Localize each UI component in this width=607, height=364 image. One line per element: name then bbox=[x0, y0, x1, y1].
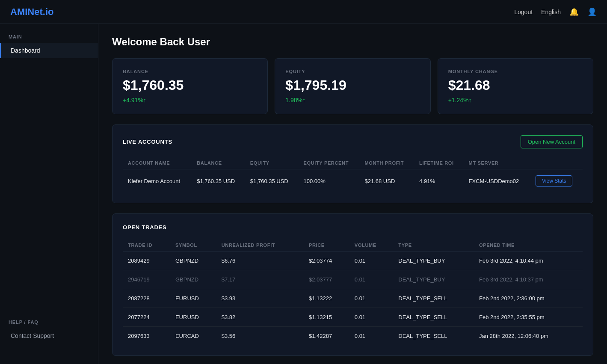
col-mt-server: MT SERVER bbox=[464, 157, 530, 169]
price-cell: $1.13222 bbox=[304, 289, 349, 308]
live-accounts-header: LIVE ACCOUNTS Open New Account bbox=[123, 135, 583, 148]
trade-type-cell: DEAL_TYPE_BUY bbox=[393, 270, 474, 289]
open-trades-title: OPEN TRADES bbox=[123, 224, 583, 231]
view-stats-button[interactable]: View Stats bbox=[536, 175, 572, 186]
stat-cards: BALANCE $1,760.35 +4.91%↑ EQUITY $1,795.… bbox=[112, 58, 593, 114]
col-month-profit: MONTH PROFIT bbox=[359, 157, 414, 169]
unrealized-profit-cell: $3.82 bbox=[216, 308, 304, 327]
nav-right: Logout English 🔔 👤 bbox=[514, 7, 597, 17]
sidebar-help-label: HELP / FAQ bbox=[0, 320, 98, 328]
equity-value: $1,795.19 bbox=[285, 77, 420, 93]
notification-icon[interactable]: 🔔 bbox=[569, 7, 579, 17]
top-navigation: AMINet.io Logout English 🔔 👤 bbox=[0, 0, 607, 24]
col-equity: EQUITY bbox=[245, 157, 299, 169]
logo-accent: .io bbox=[43, 6, 54, 17]
volume-cell: 0.01 bbox=[349, 270, 393, 289]
col-account-name: ACCOUNT NAME bbox=[123, 157, 192, 169]
unrealized-profit-cell: $6.76 bbox=[216, 252, 304, 270]
volume-cell: 0.01 bbox=[349, 289, 393, 308]
page-title: Welcome Back User bbox=[112, 36, 593, 48]
live-accounts-section: LIVE ACCOUNTS Open New Account ACCOUNT N… bbox=[112, 124, 593, 203]
equity-card: EQUITY $1,795.19 1.98%↑ bbox=[275, 58, 430, 114]
volume-cell: 0.01 bbox=[349, 327, 393, 346]
equity-change: 1.98%↑ bbox=[285, 97, 420, 104]
balance-label: BALANCE bbox=[123, 69, 257, 74]
sidebar-top: MAIN Dashboard bbox=[0, 34, 98, 58]
trade-id-cell: 2089429 bbox=[123, 252, 170, 270]
trade-id-cell: 2087228 bbox=[123, 289, 170, 308]
open-new-account-button[interactable]: Open New Account bbox=[521, 135, 583, 148]
col-trade-id: TRADE ID bbox=[123, 239, 170, 252]
monthly-change-value: $21.68 bbox=[448, 77, 583, 93]
price-cell: $2.03774 bbox=[304, 252, 349, 270]
logo-main: AMINet bbox=[10, 6, 43, 17]
col-volume: VOLUME bbox=[349, 239, 393, 252]
main-content: Welcome Back User BALANCE $1,760.35 +4.9… bbox=[98, 24, 607, 364]
col-actions bbox=[530, 157, 583, 169]
opened-time-cell: Feb 3rd 2022, 4:10:37 pm bbox=[474, 270, 583, 289]
open-trades-table-container: TRADE ID SYMBOL UNREALIZED PROFIT PRICE … bbox=[123, 239, 583, 345]
open-trades-thead: TRADE ID SYMBOL UNREALIZED PROFIT PRICE … bbox=[123, 239, 583, 252]
sidebar-item-contact-support[interactable]: Contact Support bbox=[0, 328, 98, 343]
opened-time-cell: Feb 3rd 2022, 4:10:44 pm bbox=[474, 252, 583, 270]
symbol-cell: GBPNZD bbox=[170, 270, 216, 289]
trade-type-cell: DEAL_TYPE_SELL bbox=[393, 327, 474, 346]
live-accounts-table-container: ACCOUNT NAME BALANCE EQUITY EQUITY PERCE… bbox=[123, 157, 583, 192]
account-name-cell: Kiefer Demo Account bbox=[123, 169, 192, 193]
col-lifetime-roi: LIFETIME ROI bbox=[414, 157, 463, 169]
balance-card: BALANCE $1,760.35 +4.91%↑ bbox=[112, 58, 268, 114]
trade-id-cell: 2946719 bbox=[123, 270, 170, 289]
unrealized-profit-cell: $3.56 bbox=[216, 327, 304, 346]
sidebar-bottom: HELP / FAQ Contact Support bbox=[0, 320, 98, 354]
symbol-cell: EURCAD bbox=[170, 327, 216, 346]
account-mt-server-cell: FXCM-USDDemo02 bbox=[464, 169, 530, 193]
volume-cell: 0.01 bbox=[349, 252, 393, 270]
unrealized-profit-cell: $3.93 bbox=[216, 289, 304, 308]
symbol-cell: GBPNZD bbox=[170, 252, 216, 270]
balance-change: +4.91%↑ bbox=[123, 97, 257, 104]
col-balance: BALANCE bbox=[192, 157, 245, 169]
account-lifetime-roi-cell: 4.91% bbox=[414, 169, 463, 193]
col-price: PRICE bbox=[304, 239, 349, 252]
col-unrealized-profit: UNREALIZED PROFIT bbox=[216, 239, 304, 252]
equity-label: EQUITY bbox=[285, 69, 420, 74]
trade-id-cell: 2077224 bbox=[123, 308, 170, 327]
col-equity-percent: EQUITY PERCENT bbox=[298, 157, 359, 169]
main-layout: MAIN Dashboard HELP / FAQ Contact Suppor… bbox=[0, 24, 607, 364]
logo: AMINet.io bbox=[10, 6, 53, 18]
live-accounts-header-row: ACCOUNT NAME BALANCE EQUITY EQUITY PERCE… bbox=[123, 157, 583, 169]
live-accounts-thead: ACCOUNT NAME BALANCE EQUITY EQUITY PERCE… bbox=[123, 157, 583, 169]
account-action-cell: View Stats bbox=[530, 169, 583, 193]
table-row: 2089429GBPNZD$6.76$2.037740.01DEAL_TYPE_… bbox=[123, 252, 583, 270]
live-accounts-title: LIVE ACCOUNTS bbox=[123, 139, 172, 145]
monthly-change-card: MONTHLY CHANGE $21.68 +1.24%↑ bbox=[438, 58, 593, 114]
open-trades-tbody: 2089429GBPNZD$6.76$2.037740.01DEAL_TYPE_… bbox=[123, 252, 583, 346]
col-opened-time: OPENED TIME bbox=[474, 239, 583, 252]
trade-type-cell: DEAL_TYPE_BUY bbox=[393, 252, 474, 270]
balance-value: $1,760.35 bbox=[123, 77, 257, 93]
symbol-cell: EURUSD bbox=[170, 308, 216, 327]
price-cell: $2.03777 bbox=[304, 270, 349, 289]
price-cell: $1.13215 bbox=[304, 308, 349, 327]
logout-link[interactable]: Logout bbox=[514, 9, 533, 15]
table-row: 2097633EURCAD$3.56$1.422870.01DEAL_TYPE_… bbox=[123, 327, 583, 346]
language-selector[interactable]: English bbox=[541, 9, 561, 15]
table-row: 2946719GBPNZD$7.17$2.037770.01DEAL_TYPE_… bbox=[123, 270, 583, 289]
account-month-profit-cell: $21.68 USD bbox=[359, 169, 414, 193]
user-icon[interactable]: 👤 bbox=[587, 7, 597, 17]
symbol-cell: EURUSD bbox=[170, 289, 216, 308]
account-equity-percent-cell: 100.00% bbox=[298, 169, 359, 193]
opened-time-cell: Feb 2nd 2022, 2:36:00 pm bbox=[474, 289, 583, 308]
live-accounts-table: ACCOUNT NAME BALANCE EQUITY EQUITY PERCE… bbox=[123, 157, 583, 192]
table-row: 2077224EURUSD$3.82$1.132150.01DEAL_TYPE_… bbox=[123, 308, 583, 327]
live-accounts-tbody: Kiefer Demo Account $1,760.35 USD $1,760… bbox=[123, 169, 583, 193]
contact-support-label: Contact Support bbox=[11, 332, 54, 339]
col-symbol: SYMBOL bbox=[170, 239, 216, 252]
price-cell: $1.42287 bbox=[304, 327, 349, 346]
opened-time-cell: Jan 28th 2022, 12:06:40 pm bbox=[474, 327, 583, 346]
sidebar-item-dashboard[interactable]: Dashboard bbox=[0, 43, 98, 58]
open-trades-table: TRADE ID SYMBOL UNREALIZED PROFIT PRICE … bbox=[123, 239, 583, 345]
sidebar-main-label: MAIN bbox=[0, 34, 98, 43]
open-trades-header-row: TRADE ID SYMBOL UNREALIZED PROFIT PRICE … bbox=[123, 239, 583, 252]
col-type: TYPE bbox=[393, 239, 474, 252]
